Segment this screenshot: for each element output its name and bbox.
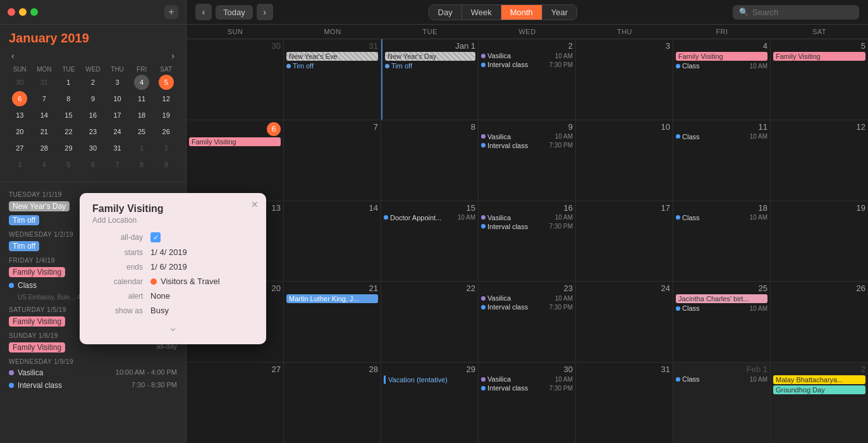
mini-day[interactable]: 20 — [12, 124, 27, 139]
close-btn[interactable] — [8, 8, 15, 16]
event-bar[interactable]: Family Visiting — [189, 137, 281, 146]
day-cell[interactable]: 7 — [284, 120, 381, 201]
maximize-btn[interactable] — [30, 8, 38, 16]
event-bar[interactable]: New Year's Day — [385, 52, 475, 61]
add-event-button[interactable]: + — [164, 5, 178, 19]
day-cell[interactable]: 15 Doctor Appoint... 10 AM — [381, 201, 479, 282]
day-cell[interactable]: 3 — [576, 39, 673, 120]
day-cell[interactable]: 18 Class 10 AM — [673, 201, 771, 282]
view-year-button[interactable]: Year — [542, 5, 577, 20]
mini-day[interactable]: 26 — [159, 124, 174, 139]
mini-day[interactable]: 18 — [134, 108, 149, 123]
day-cell[interactable]: 14 — [284, 201, 381, 282]
event-bar[interactable]: Vasilica 10 AM — [481, 133, 573, 140]
event-bar[interactable]: Interval class 7:30 PM — [481, 142, 573, 149]
mini-day[interactable]: 30 — [12, 75, 27, 90]
mini-next-btn[interactable]: › — [168, 49, 178, 62]
mini-day[interactable]: 21 — [37, 124, 52, 139]
day-cell[interactable]: 12 — [771, 120, 868, 201]
event-bar[interactable]: Class 10 AM — [676, 375, 767, 383]
day-cell[interactable]: 6 Family Visiting — [186, 120, 284, 201]
mini-day[interactable]: 3 — [110, 75, 125, 90]
day-cell[interactable]: 27 — [186, 363, 284, 443]
popup-ends-value[interactable]: 1/ 6/ 2019 — [150, 262, 187, 271]
event-bar[interactable]: Family Visiting — [676, 52, 767, 61]
mini-day[interactable]: 7 — [37, 91, 52, 106]
event-bar[interactable]: Martin Luther King, J... — [286, 294, 378, 303]
day-cell[interactable]: 25 Jacintha Charles' birt... Class 10 AM — [673, 282, 771, 362]
mini-day[interactable]: 14 — [37, 108, 52, 123]
day-cell[interactable]: 5 Family Visiting — [771, 39, 868, 120]
mini-day[interactable]: 28 — [37, 140, 52, 156]
event-bar[interactable]: Jacintha Charles' birt... — [676, 294, 767, 303]
mini-day[interactable]: 16 — [85, 108, 101, 123]
event-bar[interactable]: Class 10 AM — [676, 133, 767, 140]
mini-day[interactable]: 15 — [61, 108, 76, 123]
mini-day[interactable]: 6 — [12, 91, 27, 106]
popup-alert-value[interactable]: None — [150, 291, 170, 301]
event-bar[interactable]: Malay Bhattacharya... — [773, 375, 865, 384]
day-cell[interactable]: 9 Vasilica 10 AM Interval class 7:30 PM — [479, 120, 576, 201]
day-cell[interactable]: 11 Class 10 AM — [673, 120, 771, 201]
day-cell[interactable]: 19 — [771, 201, 868, 282]
mini-day[interactable]: 31 — [37, 75, 52, 90]
mini-day[interactable]: 1 — [134, 140, 149, 156]
prev-button[interactable]: ‹ — [195, 4, 212, 20]
mini-day[interactable]: 12 — [159, 91, 174, 106]
day-cell[interactable]: 16 Vasilica 10 AM Interval class 7:30 PM — [479, 201, 576, 282]
event-bar[interactable]: Vacation (tentative) — [384, 375, 475, 384]
day-cell[interactable]: 24 — [576, 282, 673, 362]
popup-showas-value[interactable]: Busy — [150, 306, 169, 315]
mini-day[interactable]: 2 — [159, 140, 174, 156]
today-button[interactable]: Today — [216, 5, 253, 20]
day-cell[interactable]: 29 Vacation (tentative) — [381, 363, 479, 443]
event-bar[interactable]: Groundhog Day — [773, 385, 865, 394]
popup-subtitle[interactable]: Add Location — [92, 216, 254, 225]
popup-calendar-value[interactable]: Visitors & Travel — [161, 277, 220, 286]
search-box[interactable]: 🔍 — [733, 5, 859, 20]
day-cell[interactable]: 31 — [576, 363, 673, 443]
mini-day[interactable]: 27 — [12, 140, 27, 156]
mini-day[interactable]: 7 — [110, 157, 125, 172]
mini-day[interactable]: 3 — [12, 157, 27, 172]
day-cell[interactable]: 30 — [186, 39, 284, 120]
mini-day[interactable]: 25 — [134, 124, 149, 139]
event-bar[interactable]: New Year's Eve — [286, 52, 378, 61]
mini-day[interactable]: 19 — [159, 108, 174, 123]
event-bar[interactable]: Class 10 AM — [676, 214, 767, 222]
next-button[interactable]: › — [257, 4, 273, 20]
list-item[interactable]: Vasilica 10:00 AM - 4:00 PM — [0, 366, 186, 379]
day-cell[interactable]: 31 New Year's Eve Tim off — [284, 39, 381, 120]
mini-day[interactable]: 6 — [85, 157, 101, 172]
event-bar[interactable]: Class 10 AM — [676, 62, 767, 70]
event-bar[interactable]: Tim off — [385, 62, 475, 70]
day-cell[interactable]: 22 — [381, 282, 479, 362]
mini-prev-btn[interactable]: ‹ — [8, 49, 18, 62]
event-bar[interactable]: Vasilica 10 AM — [481, 375, 573, 383]
day-cell[interactable]: 17 — [576, 201, 673, 282]
day-cell[interactable]: 8 — [381, 120, 479, 201]
event-bar[interactable]: Vasilica 10 AM — [481, 294, 573, 302]
mini-day[interactable]: 13 — [12, 108, 27, 123]
popup-starts-value[interactable]: 1/ 4/ 2019 — [150, 247, 187, 257]
event-bar[interactable]: Doctor Appoint... 10 AM — [384, 214, 475, 222]
view-month-button[interactable]: Month — [501, 5, 542, 20]
day-cell[interactable]: Jan 1 New Year's Day Tim off — [381, 39, 479, 120]
event-bar[interactable]: Family Visiting — [773, 52, 865, 61]
event-bar[interactable]: Class 10 AM — [676, 304, 767, 312]
mini-day[interactable]: 10 — [110, 91, 125, 106]
mini-day[interactable]: 30 — [85, 140, 101, 156]
mini-day[interactable]: 9 — [159, 157, 174, 172]
day-cell[interactable]: Feb 1 Class 10 AM — [673, 363, 771, 443]
day-cell[interactable]: 26 — [771, 282, 868, 362]
list-item[interactable]: Interval class 7:30 - 8:30 PM — [0, 379, 186, 392]
mini-day[interactable]: 9 — [85, 91, 101, 106]
event-bar[interactable]: Vasilica 10 AM — [481, 52, 573, 59]
day-cell[interactable]: 30 Vasilica 10 AM Interval class 7:30 PM — [479, 363, 576, 443]
mini-day[interactable]: 17 — [110, 108, 125, 123]
mini-day[interactable]: 11 — [134, 91, 149, 106]
mini-day[interactable]: 24 — [110, 124, 125, 139]
mini-day[interactable]: 8 — [134, 157, 149, 172]
mini-day[interactable]: 4 — [134, 75, 149, 90]
popup-expand-icon[interactable]: ⌄ — [92, 320, 254, 334]
